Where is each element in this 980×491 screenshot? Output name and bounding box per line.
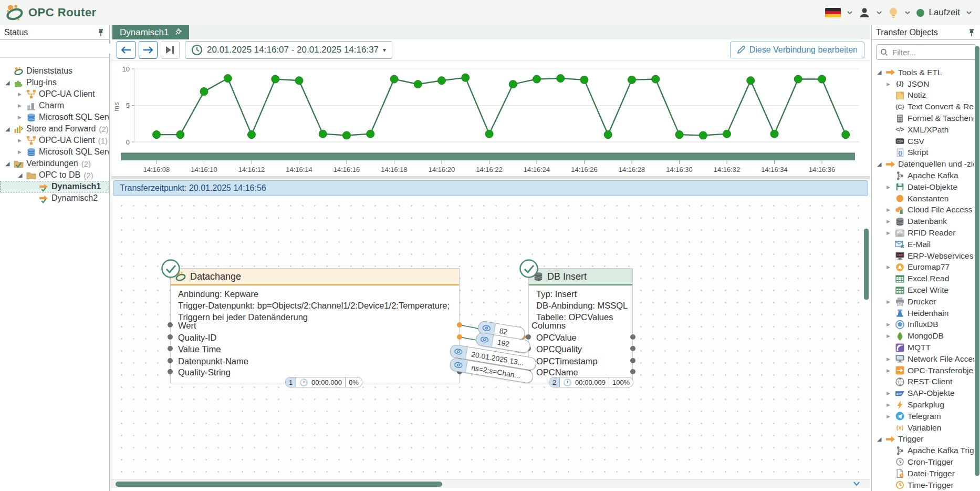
data-point-14:16:15[interactable] — [319, 130, 327, 138]
node-header[interactable]: Datachange — [171, 269, 459, 285]
expander-icon[interactable]: ▶ — [887, 185, 895, 190]
expander-icon[interactable]: ▶ — [18, 138, 26, 143]
tree-item-charm[interactable]: ▶Charm — [0, 100, 109, 111]
tree-item-rfid-reader[interactable]: ▶RFIDRFID Reader — [872, 227, 974, 239]
tree-item-apache-kafka-trigge[interactable]: Apache Kafka Trigge — [872, 445, 974, 456]
data-point-14:16:31[interactable] — [699, 131, 707, 139]
data-point-14:16:12[interactable] — [248, 131, 256, 139]
data-point-14:16:11[interactable] — [224, 75, 232, 83]
expander-icon[interactable]: ▶ — [887, 207, 895, 212]
tree-item-microsoft-sql-server[interactable]: ▶Microsoft SQL Server — [0, 111, 109, 123]
data-point-14:16:08[interactable] — [153, 131, 161, 139]
german-flag-icon[interactable] — [825, 8, 841, 18]
expander-icon[interactable]: ◢ — [877, 69, 885, 76]
unpin-icon[interactable] — [172, 27, 183, 38]
tree-item-tools-etl[interactable]: ◢Tools & ETL — [872, 67, 974, 78]
tree-item-csv[interactable]: CSVCSV — [872, 136, 974, 147]
expander-icon[interactable]: ▶ — [887, 368, 895, 373]
expander-icon[interactable]: ▶ — [887, 402, 895, 407]
data-point-14:16:32[interactable] — [723, 130, 731, 138]
data-point-14:16:36[interactable] — [818, 75, 826, 83]
previous-transfer-button[interactable] — [117, 41, 135, 59]
filter-input[interactable] — [891, 47, 972, 57]
expander-icon[interactable]: ◢ — [5, 160, 14, 167]
panel-vertical-scrollbar[interactable] — [975, 46, 979, 476]
data-point-14:16:14[interactable] — [295, 77, 303, 85]
tree-item-heidenhain[interactable]: Heidenhain — [872, 308, 974, 319]
tree-item-excel-write[interactable]: Excel Write — [872, 284, 974, 296]
tree-item-influxdb[interactable]: ▶InfluxDB — [872, 319, 974, 331]
data-point-14:16:21[interactable] — [462, 74, 470, 81]
runtime-selector[interactable]: Laufzeit — [916, 7, 960, 18]
canvas-horizontal-scrollbar[interactable] — [111, 479, 870, 488]
data-point-14:16:25[interactable] — [557, 75, 565, 83]
tree-item-drucker[interactable]: ▶Drucker — [872, 296, 974, 308]
expander-icon[interactable]: ▶ — [887, 264, 895, 270]
expander-icon[interactable]: ▶ — [18, 91, 26, 97]
tree-item-microsoft-sql-server[interactable]: ▶Microsoft SQL Server — [0, 146, 109, 158]
bulb-icon[interactable] — [888, 7, 899, 18]
status-search-input[interactable] — [7, 44, 114, 54]
data-point-14:16:09[interactable] — [176, 131, 184, 139]
data-point-14:16:28[interactable] — [628, 76, 636, 84]
expander-icon[interactable]: ◢ — [877, 161, 885, 168]
tree-item-datei-trigger[interactable]: Datei-Trigger — [872, 468, 974, 479]
tree-item-formel-taschenre[interactable]: Formel & Taschenre — [872, 112, 974, 124]
canvas-vertical-scrollbar[interactable] — [864, 229, 869, 300]
tree-item-time-trigger[interactable]: Time-Trigger — [872, 479, 974, 491]
data-point-14:16:10[interactable] — [200, 88, 208, 96]
data-point-14:16:24[interactable] — [533, 75, 541, 83]
expander-icon[interactable]: ▶ — [887, 322, 895, 327]
pin-icon[interactable] — [967, 28, 976, 37]
eye-icon[interactable] — [476, 332, 494, 347]
expander-icon[interactable]: ▶ — [887, 414, 895, 419]
expander-icon[interactable]: ▶ — [18, 115, 26, 120]
expander-icon[interactable]: ▶ — [18, 149, 26, 155]
scroll-down-icon[interactable] — [852, 480, 861, 488]
tree-item-mongodb[interactable]: ▶MongoDB — [872, 330, 974, 342]
tree-item-cloud-file-access[interactable]: ▶Cloud File Access — [872, 204, 974, 216]
tree-item-euromap77[interactable]: ▶Euromap77 — [872, 262, 974, 273]
tree-item-apache-kafka[interactable]: Apache Kafka — [872, 170, 974, 181]
splitter[interactable] — [111, 176, 870, 179]
tree-item-sap-objekte[interactable]: ▶SAPSAP-Objekte — [872, 387, 974, 399]
tree-item-dienststatus[interactable]: Dienststatus — [0, 65, 109, 77]
tree-item-cron-trigger[interactable]: Cron-Trigger — [872, 456, 974, 468]
tree-item-verbindungen[interactable]: ◢Verbindungen(2) — [0, 158, 109, 169]
tree-item-opc-ua-client[interactable]: ▶OPC-UA Client — [0, 88, 109, 100]
tree-item-trigger[interactable]: ◢Trigger — [872, 434, 974, 445]
tree-item-json[interactable]: ▶{J}JSON — [872, 78, 974, 90]
data-point-14:16:26[interactable] — [580, 76, 588, 84]
tree-item-network-file-access[interactable]: ▶Network File Access — [872, 353, 974, 365]
tree-item-opc-ua-client[interactable]: ▶OPC-UA Client(1) — [0, 135, 109, 146]
tree-item-dynamisch1[interactable]: Dynamisch1 — [0, 181, 109, 192]
expander-icon[interactable]: ▶ — [18, 103, 26, 108]
tree-item-opc-to-db[interactable]: ◢OPC to DB(2) — [0, 169, 109, 181]
data-point-14:16:23[interactable] — [509, 80, 517, 88]
tree-item-sparkplug[interactable]: ▶Sparkplug — [872, 399, 974, 411]
data-point-14:16:27[interactable] — [604, 131, 612, 139]
chevron-down-icon[interactable] — [965, 9, 973, 16]
expander-icon[interactable]: ◢ — [5, 79, 14, 86]
tree-item-erp-webservices[interactable]: ERPERP-Webservices — [872, 250, 974, 262]
date-range-button[interactable]: 20.01.2025 14:16:07 - 20.01.2025 14:16:3… — [185, 41, 392, 59]
tree-item-dynamisch2[interactable]: Dynamisch2 — [0, 192, 109, 204]
data-point-14:16:29[interactable] — [652, 75, 660, 83]
tree-item-plug-ins[interactable]: ◢Plug-ins — [0, 77, 109, 88]
data-point-14:16:33[interactable] — [747, 77, 755, 85]
chevron-down-icon[interactable] — [875, 9, 883, 16]
status-search[interactable] — [0, 40, 109, 58]
tree-item-e-mail[interactable]: E-Mail — [872, 239, 974, 250]
tab-dynamisch1[interactable]: Dynamisch1 — [112, 25, 189, 39]
data-point-14:16:17[interactable] — [367, 130, 374, 138]
expander-icon[interactable]: ▶ — [887, 356, 895, 362]
filter-box[interactable] — [876, 44, 976, 60]
data-point-14:16:22[interactable] — [485, 130, 493, 138]
node-db-insert[interactable]: DB Insert Typ: InsertDB-Anbindung: MSSQL… — [528, 268, 633, 383]
node-header[interactable]: DB Insert — [529, 269, 632, 285]
tree-item-rest-client[interactable]: REST-Client — [872, 376, 974, 388]
tree-item-variablen[interactable]: (x)Variablen — [872, 422, 974, 434]
node-datachange[interactable]: Datachange Anbindung: KepwareTrigger-Dat… — [170, 268, 460, 383]
eye-icon[interactable] — [450, 344, 467, 359]
tree-item-telegram[interactable]: ▶Telegram — [872, 411, 974, 422]
